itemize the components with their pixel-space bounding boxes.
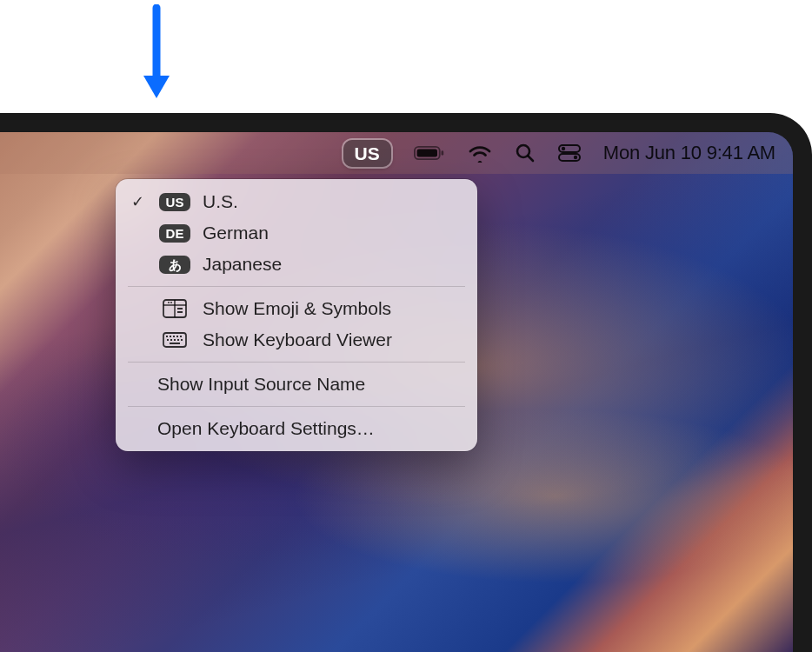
svg-marker-1 [143, 76, 170, 98]
menu-item-label: Show Emoji & Symbols [203, 298, 462, 319]
menu-item-label: German [203, 223, 462, 243]
checkmark-icon: ✓ [131, 192, 144, 211]
svg-point-15 [170, 302, 172, 303]
menubar: US [0, 132, 793, 174]
svg-rect-28 [181, 339, 183, 341]
input-source-dropdown: ✓ US U.S. DE German あ Japanese [116, 179, 477, 451]
device-bezel: US [0, 113, 812, 652]
lang-badge-us: US [159, 193, 191, 211]
svg-rect-24 [167, 339, 169, 341]
svg-rect-26 [174, 339, 176, 341]
svg-rect-4 [441, 150, 443, 155]
wifi-icon[interactable] [468, 132, 492, 174]
svg-rect-3 [416, 150, 436, 157]
svg-rect-22 [176, 336, 178, 337]
input-source-item-us[interactable]: ✓ US U.S. [116, 186, 477, 217]
svg-rect-23 [180, 336, 182, 337]
input-source-badge: US [343, 140, 391, 167]
svg-rect-29 [170, 343, 180, 344]
menu-item-label: Show Input Source Name [128, 374, 462, 395]
lang-badge-de: DE [159, 224, 191, 243]
emoji-panel-icon [157, 299, 192, 318]
battery-icon[interactable] [414, 132, 445, 174]
menu-separator [128, 406, 465, 407]
input-source-item-german[interactable]: DE German [116, 217, 477, 249]
svg-line-6 [528, 156, 533, 162]
menu-separator [128, 286, 465, 287]
svg-rect-25 [170, 339, 172, 341]
svg-rect-19 [166, 336, 168, 337]
lang-badge-jp: あ [159, 256, 190, 274]
menu-item-label: Japanese [203, 254, 462, 275]
svg-rect-27 [177, 339, 179, 341]
svg-rect-17 [177, 311, 183, 313]
control-center-icon[interactable] [558, 132, 581, 174]
svg-rect-16 [177, 308, 183, 309]
keyboard-icon [157, 330, 192, 349]
menu-show-emoji[interactable]: Show Emoji & Symbols [116, 293, 477, 324]
spotlight-icon[interactable] [515, 132, 536, 174]
svg-rect-21 [173, 336, 175, 337]
callout-arrow [139, 4, 174, 103]
svg-point-8 [562, 147, 565, 150]
input-source-item-japanese[interactable]: あ Japanese [116, 249, 477, 280]
svg-rect-20 [170, 336, 171, 337]
svg-point-10 [574, 156, 577, 159]
menubar-datetime[interactable]: Mon Jun 10 9:41 AM [603, 132, 775, 174]
menu-separator [128, 362, 465, 363]
menu-item-label: U.S. [203, 191, 462, 212]
menu-show-input-source-name[interactable]: Show Input Source Name [116, 369, 477, 400]
screen: US [0, 132, 793, 652]
input-source-menu-button[interactable]: US [343, 132, 391, 174]
menu-show-keyboard-viewer[interactable]: Show Keyboard Viewer [116, 324, 477, 356]
menu-item-label: Open Keyboard Settings… [128, 418, 462, 439]
svg-point-14 [168, 302, 170, 303]
menu-open-keyboard-settings[interactable]: Open Keyboard Settings… [116, 413, 477, 444]
menu-item-label: Show Keyboard Viewer [203, 329, 462, 350]
